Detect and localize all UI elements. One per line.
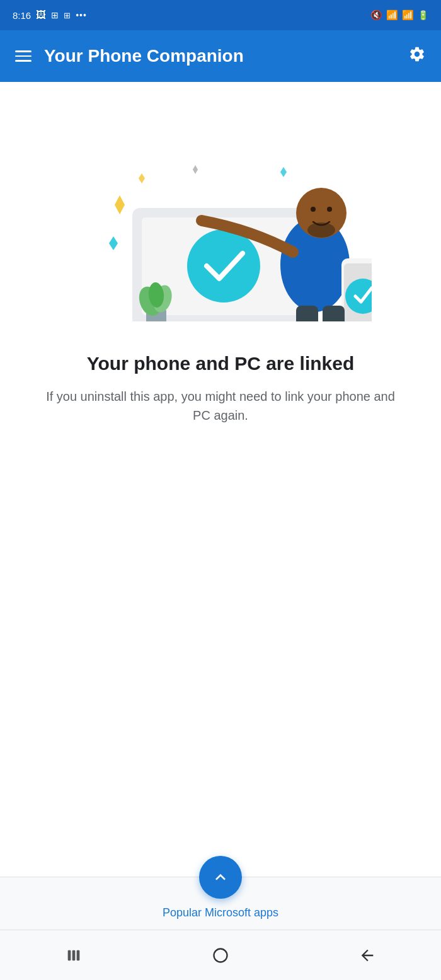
settings-button[interactable]	[408, 45, 426, 67]
popular-apps-label[interactable]: Popular Microsoft apps	[163, 906, 278, 919]
svg-marker-5	[280, 167, 287, 177]
hamburger-line-1	[15, 50, 32, 52]
illustration-area	[0, 82, 441, 340]
chevron-up-icon	[210, 867, 231, 887]
home-nav-button[interactable]	[212, 947, 229, 964]
svg-marker-3	[109, 236, 118, 250]
svg-rect-27	[67, 950, 71, 960]
svg-point-11	[187, 229, 260, 303]
chevron-up-button[interactable]	[199, 856, 242, 899]
hamburger-menu-button[interactable]	[15, 50, 32, 62]
grid-icon: ⊞	[51, 10, 59, 20]
bottom-section: Popular Microsoft apps	[0, 877, 441, 930]
text-content: Your phone and PC are linked If you unin…	[0, 340, 441, 450]
svg-rect-25	[296, 306, 318, 321]
battery-icon: 🔋	[418, 10, 428, 20]
linked-description: If you uninstall this app, you might nee…	[38, 387, 403, 425]
svg-marker-6	[193, 165, 198, 174]
wifi-icon: 📶	[386, 9, 398, 21]
hamburger-line-2	[15, 55, 32, 57]
svg-rect-30	[214, 948, 227, 962]
status-time: 8:16	[13, 10, 31, 21]
app-bar: Your Phone Companion	[0, 30, 441, 82]
linked-title: Your phone and PC are linked	[38, 353, 403, 374]
app-bar-left: Your Phone Companion	[15, 46, 244, 66]
linked-illustration	[69, 120, 372, 321]
nav-bar	[0, 930, 441, 980]
signal-icon: 📶	[402, 9, 414, 21]
more-icon: •••	[76, 10, 87, 20]
recents-nav-button[interactable]	[65, 947, 83, 964]
svg-point-20	[311, 207, 316, 212]
back-nav-button[interactable]	[358, 947, 376, 964]
app-title: Your Phone Companion	[44, 46, 244, 66]
svg-marker-0	[115, 195, 125, 214]
svg-rect-28	[72, 950, 75, 960]
main-content: Your phone and PC are linked If you unin…	[0, 82, 441, 930]
status-right: 🔇 📶 📶 🔋	[370, 9, 428, 21]
svg-rect-29	[76, 950, 79, 960]
status-left: 8:16 🖼 ⊞ ⊞ •••	[13, 9, 87, 21]
mute-icon: 🔇	[370, 9, 382, 21]
svg-rect-26	[323, 306, 345, 321]
apps-icon: ⊞	[64, 11, 71, 20]
photo-icon: 🖼	[36, 9, 46, 21]
status-bar: 8:16 🖼 ⊞ ⊞ ••• 🔇 📶 📶 🔋	[0, 0, 441, 30]
hamburger-line-3	[15, 60, 32, 62]
svg-marker-1	[139, 173, 145, 183]
svg-point-21	[327, 207, 332, 212]
